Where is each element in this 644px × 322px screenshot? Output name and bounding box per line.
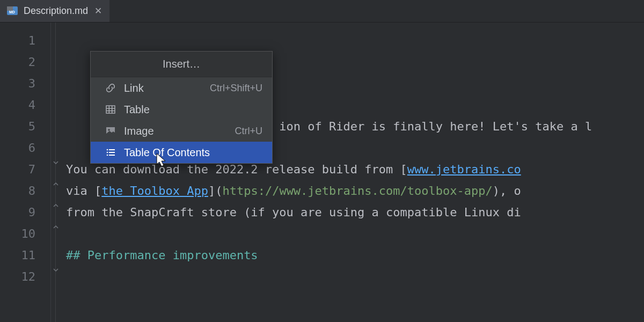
line-number: 2 xyxy=(0,52,35,73)
line-number: 11 xyxy=(0,245,35,266)
line-number: 4 xyxy=(0,94,35,116)
svg-rect-11 xyxy=(109,149,115,150)
popup-item-table[interactable]: Table xyxy=(91,99,272,120)
popup-item-label: Image xyxy=(124,125,227,137)
line-number: 6 xyxy=(0,137,35,159)
popup-item-shortcut: Ctrl+U xyxy=(235,126,262,137)
link-icon xyxy=(105,82,116,94)
svg-point-10 xyxy=(107,149,108,151)
popup-item-label: Link xyxy=(124,82,202,94)
image-icon xyxy=(105,125,116,137)
svg-point-12 xyxy=(107,152,108,153)
markdown-file-icon: MD xyxy=(6,5,18,17)
code-line: ## Performance improvements xyxy=(66,245,644,266)
code-line xyxy=(66,223,644,245)
line-number: 10 xyxy=(0,223,35,245)
svg-rect-3 xyxy=(106,106,115,113)
popup-item-link[interactable]: Link Ctrl+Shift+U xyxy=(91,77,272,99)
line-number: 3 xyxy=(0,73,35,94)
code-line: via [the Toolbox App](https://www.jetbra… xyxy=(66,180,644,202)
toc-icon xyxy=(105,147,116,158)
svg-text:MD: MD xyxy=(9,10,15,14)
tab-filename: Description.md xyxy=(24,5,88,17)
fold-marker-icon[interactable] xyxy=(52,266,60,274)
fold-column xyxy=(51,23,61,322)
line-number: 12 xyxy=(0,266,35,288)
popup-item-label: Table xyxy=(124,104,255,116)
svg-point-9 xyxy=(108,129,110,131)
fold-marker-icon[interactable] xyxy=(52,180,60,188)
popup-item-toc[interactable]: Table Of Contents xyxy=(91,142,272,163)
svg-point-14 xyxy=(107,155,108,156)
line-number: 1 xyxy=(0,30,35,52)
insert-popup: Insert… Link Ctrl+Shift+U Table Image Ct… xyxy=(90,51,273,164)
fold-marker-icon[interactable] xyxy=(52,202,60,209)
popup-title: Insert… xyxy=(91,52,272,77)
popup-item-image[interactable]: Image Ctrl+U xyxy=(91,120,272,142)
line-number-gutter: 1 2 3 4 5 6 7 8 9 10 11 12 xyxy=(0,23,51,322)
code-line xyxy=(66,30,644,52)
fold-marker-icon[interactable] xyxy=(52,159,60,166)
close-tab-icon[interactable]: ✕ xyxy=(94,5,102,17)
table-icon xyxy=(105,104,116,115)
line-number: 7 xyxy=(0,159,35,180)
popup-item-label: Table Of Contents xyxy=(124,147,255,159)
svg-rect-13 xyxy=(109,152,115,153)
line-number: 8 xyxy=(0,180,35,202)
popup-item-shortcut: Ctrl+Shift+U xyxy=(210,83,262,94)
code-line xyxy=(66,266,644,288)
line-number: 9 xyxy=(0,202,35,223)
line-number: 5 xyxy=(0,116,35,137)
code-line: from the SnapCraft store (if you are usi… xyxy=(66,202,644,223)
svg-rect-15 xyxy=(109,155,115,156)
tab-bar: MD Description.md ✕ xyxy=(0,0,644,23)
fold-marker-icon[interactable] xyxy=(52,223,60,231)
file-tab[interactable]: MD Description.md ✕ xyxy=(0,0,109,22)
